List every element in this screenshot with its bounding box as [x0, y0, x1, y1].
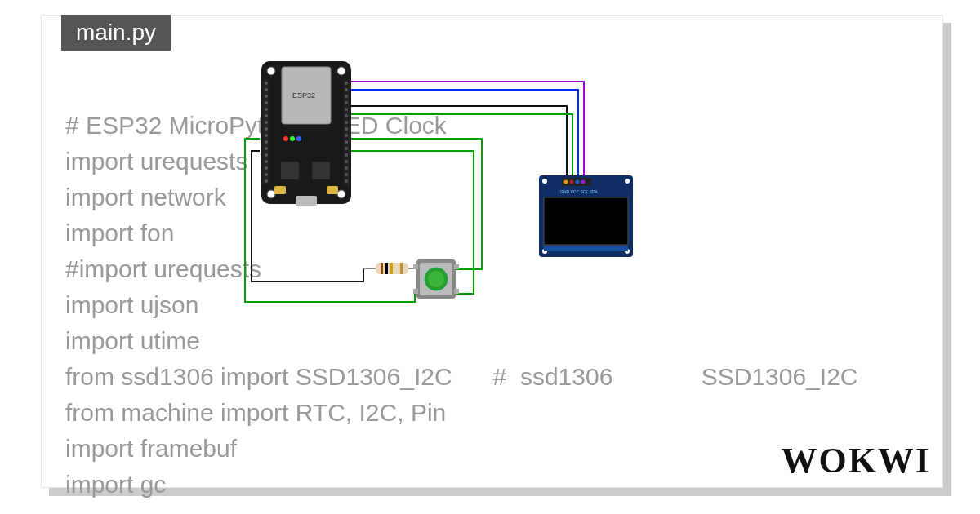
- svg-point-26: [345, 101, 348, 104]
- svg-point-10: [265, 101, 268, 104]
- code-line: import ujson: [65, 291, 198, 318]
- svg-rect-50: [381, 263, 383, 274]
- esp32-board[interactable]: ESP32: [261, 61, 351, 206]
- svg-point-25: [345, 95, 348, 98]
- svg-point-23: [345, 82, 348, 85]
- svg-point-65: [564, 180, 568, 184]
- svg-point-71: [625, 179, 630, 184]
- oled-display[interactable]: GND VCC SCL SDA: [539, 175, 633, 257]
- code-line: import gc: [65, 471, 166, 498]
- svg-point-20: [265, 166, 268, 170]
- svg-point-38: [345, 179, 348, 183]
- code-line: from machine import RTC, I2C, Pin: [65, 399, 446, 426]
- svg-point-30: [345, 127, 348, 131]
- svg-point-67: [576, 180, 580, 184]
- code-line: import urequests: [65, 148, 247, 175]
- wire-scl: [350, 90, 578, 179]
- svg-point-35: [345, 160, 348, 163]
- wire-gnd-oled: [350, 106, 567, 179]
- svg-rect-60: [413, 289, 418, 294]
- svg-rect-40: [281, 162, 299, 179]
- pushbutton[interactable]: [413, 259, 459, 299]
- file-tab[interactable]: main.py: [61, 15, 171, 51]
- svg-point-58: [428, 271, 444, 287]
- svg-point-14: [265, 127, 268, 131]
- svg-rect-46: [274, 186, 286, 194]
- wire-btn-1: [350, 139, 482, 269]
- svg-point-22: [265, 179, 268, 183]
- svg-rect-62: [454, 289, 459, 294]
- svg-rect-69: [544, 197, 628, 245]
- svg-rect-52: [390, 263, 393, 274]
- svg-point-27: [345, 108, 348, 111]
- svg-point-70: [542, 179, 547, 184]
- svg-rect-41: [312, 162, 330, 179]
- svg-point-33: [345, 147, 348, 150]
- svg-point-44: [296, 136, 301, 141]
- svg-point-2: [337, 67, 345, 75]
- svg-point-37: [345, 173, 348, 176]
- esp32-label: ESP32: [292, 91, 315, 100]
- circuit-diagram[interactable]: ESP32: [229, 57, 686, 335]
- wire-sda: [350, 82, 584, 179]
- svg-point-11: [265, 108, 268, 111]
- svg-point-12: [265, 114, 268, 117]
- svg-rect-61: [454, 264, 459, 269]
- code-line: import network: [65, 184, 226, 210]
- svg-point-31: [345, 134, 348, 137]
- svg-rect-47: [327, 186, 338, 194]
- svg-rect-51: [385, 263, 388, 274]
- svg-point-28: [345, 114, 348, 117]
- wire-vcc-oled: [350, 114, 572, 179]
- svg-rect-45: [296, 196, 317, 206]
- svg-rect-74: [544, 246, 628, 251]
- resistor[interactable]: [363, 263, 415, 274]
- svg-point-42: [283, 136, 288, 141]
- svg-point-19: [265, 160, 268, 163]
- code-line: from ssd1306 import SSD1306_I2C # ssd130…: [65, 363, 858, 390]
- svg-rect-53: [400, 263, 403, 274]
- svg-point-1: [267, 67, 275, 75]
- svg-point-13: [265, 121, 268, 124]
- code-line: import utime: [65, 327, 200, 354]
- svg-point-9: [265, 95, 268, 98]
- svg-point-7: [265, 82, 268, 85]
- svg-rect-59: [413, 264, 418, 269]
- svg-point-8: [265, 88, 268, 91]
- svg-point-36: [345, 166, 348, 170]
- svg-point-21: [265, 173, 268, 176]
- logo-text: WOKWI: [781, 441, 931, 481]
- svg-point-3: [267, 190, 275, 198]
- svg-point-18: [265, 153, 268, 157]
- file-tab-label: main.py: [76, 20, 156, 45]
- svg-point-17: [265, 147, 268, 150]
- svg-point-24: [345, 88, 348, 91]
- svg-point-43: [290, 136, 295, 141]
- svg-point-4: [337, 190, 345, 198]
- oled-pin-labels: GND VCC SCL SDA: [560, 189, 598, 194]
- code-line: import fon: [65, 219, 174, 246]
- code-line: import framebuf: [65, 435, 237, 462]
- svg-point-34: [345, 153, 348, 157]
- svg-point-29: [345, 121, 348, 124]
- svg-point-16: [265, 140, 268, 144]
- wokwi-logo: WOKWI: [781, 440, 931, 481]
- svg-point-66: [570, 180, 574, 184]
- svg-point-32: [345, 140, 348, 144]
- svg-point-68: [581, 180, 586, 184]
- svg-point-15: [265, 134, 268, 137]
